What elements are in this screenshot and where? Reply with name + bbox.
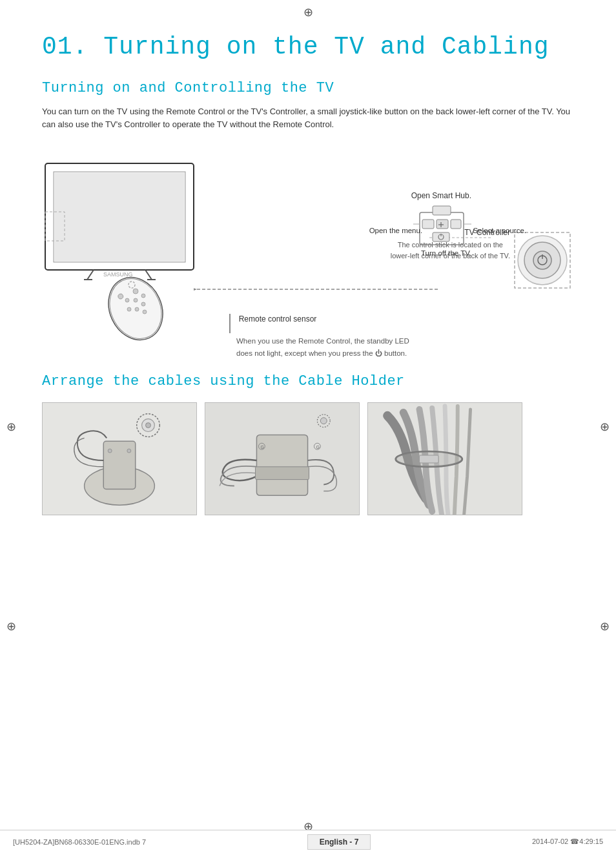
intro-text: You can turn on the TV using the Remote …	[42, 105, 571, 132]
footer-left-text: [UH5204-ZA]BN68-06330E-01ENG.indb 7	[13, 838, 146, 846]
svg-point-19	[143, 310, 147, 314]
cable-image-3	[367, 402, 522, 515]
svg-text:G: G	[316, 445, 319, 449]
arrow-tv-controller	[194, 283, 452, 296]
svg-point-14	[125, 298, 129, 302]
svg-line-5	[87, 270, 94, 280]
svg-rect-29	[433, 206, 451, 215]
reg-mark-top: ⊕	[303, 5, 313, 19]
page: ⊕ ⊕ ⊕ ⊕ ⊕ ⊕ 01. Turning on the TV and Ca…	[0, 0, 616, 853]
remote-illustration	[100, 273, 178, 346]
section1-heading: Turning on and Controlling the TV	[42, 80, 574, 96]
cable-image-2: G G	[205, 402, 360, 515]
svg-point-50	[127, 449, 131, 453]
remote-sensor-label: Remote control sensor	[239, 314, 317, 324]
svg-point-16	[141, 302, 145, 306]
footer-bar: [UH5204-ZA]BN68-06330E-01ENG.indb 7 Engl…	[0, 830, 616, 853]
svg-point-15	[134, 298, 138, 302]
remote-sensor-group: Remote control sensor When you use the R…	[226, 314, 409, 359]
svg-rect-34	[451, 220, 461, 229]
cable-images-row: G G	[42, 402, 574, 515]
diagram-area: SAMSUNG	[42, 147, 571, 354]
svg-rect-59	[255, 467, 309, 480]
controller-diagram	[513, 231, 571, 291]
svg-rect-45	[103, 442, 135, 489]
tv-illustration: SAMSUNG	[42, 160, 210, 286]
cable-image-1	[42, 402, 197, 515]
page-content: 01. Turning on the TV and Cabling Turnin…	[0, 0, 616, 541]
svg-rect-30	[422, 220, 434, 229]
open-menu-label: Open the menu.	[369, 227, 422, 234]
svg-point-24	[533, 251, 551, 269]
open-smart-hub-label: Open Smart Hub.	[411, 191, 471, 200]
reg-mark-right-bottom: ⊕	[600, 619, 610, 633]
svg-point-48	[146, 423, 151, 428]
select-source-label: Select a source.	[473, 227, 526, 234]
power-symbol-inline: ⏻	[375, 349, 382, 357]
svg-rect-63	[419, 455, 438, 463]
footer-right-text: 2014-07-02 ☎4:29:15	[532, 838, 603, 846]
section2-heading: Arrange the cables using the Cable Holde…	[42, 373, 574, 389]
svg-point-54	[320, 418, 327, 424]
page-title: 01. Turning on the TV and Cabling	[42, 32, 574, 62]
svg-point-17	[127, 307, 131, 311]
reg-mark-right: ⊕	[600, 420, 610, 434]
turn-off-tv-label: Turn off the TV.	[411, 249, 471, 257]
svg-point-12	[133, 289, 138, 294]
svg-point-49	[108, 449, 112, 453]
remote-sensor-desc: When you use the Remote Control, the sta…	[236, 335, 409, 359]
open-smart-hub-group: Open Smart Hub.	[411, 191, 471, 257]
svg-rect-2	[55, 173, 184, 261]
svg-point-13	[141, 294, 145, 298]
svg-rect-31	[436, 220, 448, 229]
footer-page-label: English - 7	[307, 834, 371, 850]
svg-point-18	[135, 307, 139, 311]
svg-text:G: G	[260, 445, 263, 449]
reg-mark-left-bottom: ⊕	[6, 619, 16, 633]
reg-mark-left: ⊕	[6, 420, 16, 434]
